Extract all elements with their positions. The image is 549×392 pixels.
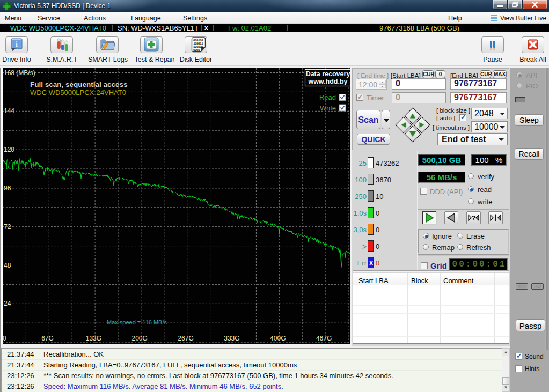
svg-text:67G: 67G <box>41 335 54 342</box>
svg-text:144: 144 <box>4 107 14 115</box>
svg-text:168 (MB/s): 168 (MB/s) <box>4 69 35 77</box>
svg-text:400G: 400G <box>270 335 286 342</box>
svg-text:467G: 467G <box>316 335 332 342</box>
svg-text:i: i <box>16 40 18 48</box>
svg-text:24: 24 <box>4 300 11 307</box>
svg-text:0: 0 <box>3 335 6 342</box>
svg-text:Data recovery: Data recovery <box>306 70 350 78</box>
svg-text:Read: Read <box>319 93 336 101</box>
svg-text:48: 48 <box>4 262 11 269</box>
svg-text:267G: 267G <box>178 335 193 342</box>
svg-text:120: 120 <box>4 146 14 153</box>
svg-text:Max speed = 116 MB/s: Max speed = 116 MB/s <box>107 319 167 326</box>
svg-text:333G: 333G <box>224 335 239 342</box>
svg-text:WDC WD5000LPCX-24VHAT0: WDC WD5000LPCX-24VHAT0 <box>30 88 126 97</box>
svg-text:133G: 133G <box>86 335 101 342</box>
svg-text:Write: Write <box>320 104 336 112</box>
svg-text:0001: 0001 <box>193 48 200 52</box>
svg-text:?: ? <box>472 214 476 222</box>
svg-text:200G: 200G <box>132 335 148 342</box>
svg-text:Full scan, sequential access: Full scan, sequential access <box>30 80 128 88</box>
svg-text:72: 72 <box>4 223 11 231</box>
svg-text:www.hdd.by: www.hdd.by <box>308 78 347 85</box>
svg-text:96: 96 <box>4 184 11 192</box>
